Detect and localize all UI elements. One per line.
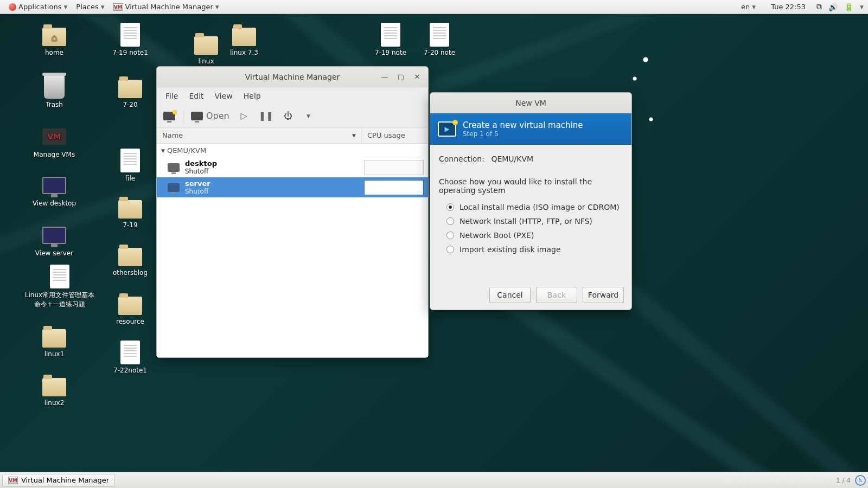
desktop-icon-manage-vms[interactable]: VMManage VMs (22, 124, 87, 158)
radio-label: Import existing disk image (459, 245, 561, 254)
desktop-icon-719[interactable]: 7-19 (98, 194, 163, 229)
vm-name: server (185, 179, 364, 188)
newvm-titlebar[interactable]: New VM (430, 93, 631, 113)
vmm-titlebar[interactable]: Virtual Machine Manager — ▢ ✕ (157, 67, 428, 87)
column-cpu[interactable]: CPU usage (362, 127, 428, 143)
connection-label: QEMU/KVM (167, 146, 206, 155)
maximize-button[interactable]: ▢ (393, 70, 409, 84)
shutdown-menu-button[interactable]: ▼ (299, 107, 318, 125)
vmm-menubar: File Edit View Help (157, 87, 428, 105)
vm-state: Shutoff (185, 188, 364, 195)
button-label: Cancel (497, 291, 522, 299)
desktop-icon-resource[interactable]: resource (98, 291, 163, 325)
battery-icon[interactable]: 🔋 (844, 3, 853, 11)
keyboard-layout-indicator[interactable]: en ▼ (737, 3, 760, 11)
newvm-title: New VM (515, 99, 546, 107)
new-vm-button[interactable] (160, 107, 178, 125)
menu-file[interactable]: File (161, 89, 182, 102)
vm-row-desktop[interactable]: desktopShutoff (157, 157, 428, 177)
desktop-icon-othersblog[interactable]: othersblog (98, 242, 163, 277)
radio-network-install[interactable]: Network Install (HTTP, FTP, or NFS) (439, 214, 623, 228)
volume-icon[interactable]: 🔊 (828, 3, 838, 11)
desktop-icon-view-desktop[interactable]: View desktop (22, 172, 87, 207)
desktop-icon-720[interactable]: 7-20 (98, 74, 163, 108)
menu-active-app[interactable]: VM Virtual Machine Manager ▼ (109, 0, 224, 14)
vm-icon (168, 163, 180, 172)
vmm-toolbar: Open ▷ ❚❚ ⏻ ▼ (157, 105, 428, 127)
accessibility-icon[interactable]: ♿ (855, 475, 866, 486)
icon-label: linux1 (44, 350, 65, 358)
icon-label: linux2 (44, 399, 65, 407)
vmm-app-icon: VM (113, 3, 123, 11)
icon-label: 7-19 note (375, 49, 406, 56)
vm-name: desktop (185, 159, 364, 168)
radio-label: Local install media (ISO image or CDROM) (459, 203, 620, 211)
radio-local-media[interactable]: Local install media (ISO image or CDROM) (439, 200, 623, 214)
radio-pxe[interactable]: Network Boot (PXE) (439, 228, 623, 242)
chevron-down-icon: ▼ (352, 133, 356, 138)
desktop-icon-719note1[interactable]: 7-19 note1 (98, 22, 163, 56)
desktop-icon-view-server[interactable]: View server (22, 222, 87, 257)
open-label: Open (206, 111, 229, 121)
icon-label: Manage VMs (34, 151, 75, 158)
play-icon: ▷ (241, 111, 247, 121)
desktop-icon-722note1[interactable]: 7-22note1 (98, 339, 163, 374)
menu-places-label: Places (76, 3, 98, 11)
monitor-icon (191, 112, 203, 120)
chevron-down-icon: ▼ (215, 4, 219, 10)
radio-icon (446, 232, 454, 239)
chevron-down-icon: ▼ (101, 4, 105, 10)
wifi-icon[interactable]: ⧉ (816, 2, 822, 11)
icon-label: 7-22note1 (113, 367, 147, 374)
desktop-icon-linux1[interactable]: linux1 (22, 323, 87, 358)
vm-list-header: Name▼ CPU usage (157, 127, 428, 144)
vm-cpu-graph (364, 160, 424, 175)
vm-row-server[interactable]: serverShutoff (157, 177, 428, 197)
run-button[interactable]: ▷ (235, 107, 253, 125)
button-label: Forward (588, 291, 618, 299)
icon-label: 7-20 note (424, 49, 455, 56)
icon-label: resource (116, 318, 144, 325)
column-name[interactable]: Name▼ (157, 127, 362, 143)
vm-state: Shutoff (185, 168, 364, 175)
button-label: Back (547, 291, 566, 299)
shutdown-button[interactable]: ⏻ (279, 107, 297, 125)
back-button[interactable]: Back (536, 287, 577, 303)
menu-applications-label: Applications (18, 3, 61, 11)
radio-import-disk[interactable]: Import existing disk image (439, 242, 623, 256)
desktop-icon-home[interactable]: home (22, 22, 87, 56)
choose-label: Choose how you would like to install the… (439, 177, 623, 195)
desktop-icon-720note[interactable]: 7-20 note (407, 22, 472, 56)
connection-group[interactable]: ▼QEMU/KVM (157, 144, 428, 157)
radio-icon (446, 203, 454, 211)
minimize-button[interactable]: — (377, 70, 392, 84)
cancel-button[interactable]: Cancel (489, 287, 531, 303)
menu-places[interactable]: Places ▼ (72, 0, 108, 14)
pause-button[interactable]: ❚❚ (256, 107, 277, 125)
desktop-icon-file[interactable]: file (98, 147, 163, 182)
os-logo-icon (9, 3, 16, 11)
chevron-down-icon: ▼ (63, 4, 67, 10)
clock[interactable]: Tue 22:53 (767, 3, 810, 11)
close-button[interactable]: ✕ (410, 70, 425, 84)
menu-view[interactable]: View (210, 89, 237, 102)
icon-label: linux 7.3 (230, 49, 258, 56)
forward-button[interactable]: Forward (583, 287, 624, 303)
menu-applications[interactable]: Applications ▼ (4, 0, 72, 14)
icon-label: file (125, 175, 135, 182)
chevron-down-icon: ▼ (307, 113, 310, 119)
desktop-icon-trash[interactable]: Trash (22, 74, 87, 108)
vmm-app-icon: VM (8, 477, 18, 484)
radio-icon (446, 246, 454, 253)
desktop-icon-linux-doc[interactable]: Linux常用文件管理基本命令+一道练习题 (22, 264, 98, 309)
menu-help[interactable]: Help (239, 89, 265, 102)
radio-label: Network Boot (PXE) (459, 231, 534, 240)
menu-edit[interactable]: Edit (184, 89, 208, 102)
vm-tree[interactable]: ▼QEMU/KVM desktopShutoff serverShutoff (157, 144, 428, 357)
icon-label: View desktop (33, 200, 76, 207)
open-vm-button[interactable]: Open (188, 107, 233, 125)
desktop-icon-linux2[interactable]: linux2 (22, 372, 87, 407)
taskbar-vmm[interactable]: VM Virtual Machine Manager (2, 474, 115, 487)
desktop-icon-linux73[interactable]: linux 7.3 (212, 22, 277, 56)
new-vm-icon (163, 112, 175, 120)
